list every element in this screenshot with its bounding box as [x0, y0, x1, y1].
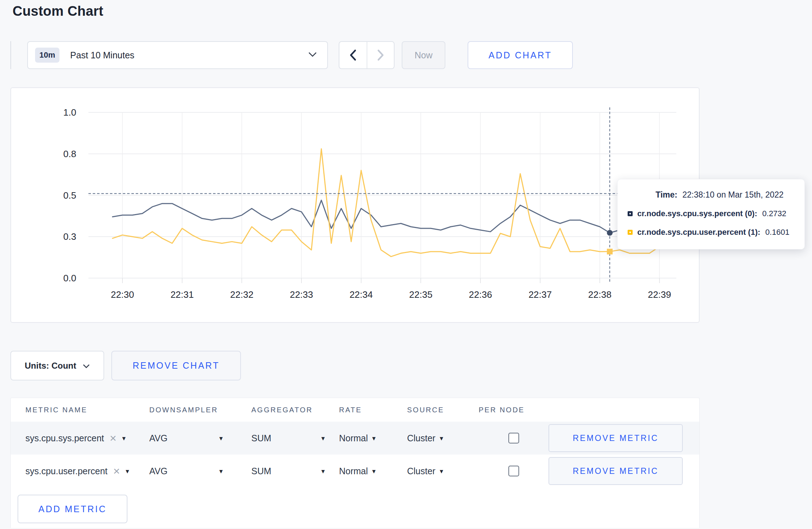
tooltip-series-value: 0.1601 — [765, 228, 789, 237]
downsampler-dropdown[interactable]: AVG ▾ — [149, 433, 223, 443]
tooltip-time-row: Time:22:38:10 on Mar 15th, 2022 — [656, 190, 794, 200]
metric-name-value: sys.cpu.user.percent — [25, 466, 107, 476]
rate-dropdown[interactable]: Normal ▾ — [339, 433, 407, 443]
chart-tooltip: Time:22:38:10 on Mar 15th, 2022 cr.node.… — [617, 179, 805, 249]
tooltip-series-row: cr.node.sys.cpu.sys.percent (0): 0.2732 — [628, 209, 794, 218]
clear-metric-icon[interactable]: × — [113, 465, 120, 477]
time-controls: 10m Past 10 Minutes Now ADD CHART — [10, 41, 812, 69]
add-chart-label: ADD CHART — [489, 50, 552, 60]
metric-row: sys.cpu.user.percent × ▾ AVG ▾ SUM ▾ Nor… — [11, 455, 699, 487]
downsampler-dropdown[interactable]: AVG ▾ — [149, 466, 223, 476]
caret-down-icon: ▾ — [440, 467, 443, 475]
caret-down-icon: ▾ — [219, 434, 223, 442]
metric-name-value: sys.cpu.sys.percent — [25, 433, 104, 443]
svg-text:22:37: 22:37 — [528, 289, 552, 300]
per-node-checkbox[interactable] — [508, 466, 519, 476]
tooltip-time-label: Time: — [656, 190, 677, 199]
svg-text:22:30: 22:30 — [111, 289, 134, 300]
metric-name-dropdown[interactable]: sys.cpu.sys.percent × ▾ — [11, 432, 149, 444]
caret-down-icon: ▾ — [126, 467, 129, 475]
caret-down-icon: ▾ — [122, 434, 126, 442]
chart-actions-row: Units: Count REMOVE CHART — [10, 351, 812, 380]
svg-text:22:34: 22:34 — [349, 289, 373, 300]
remove-metric-button[interactable]: REMOVE METRIC — [548, 457, 683, 485]
remove-metric-label: REMOVE METRIC — [573, 433, 659, 443]
metric-row: sys.cpu.sys.percent × ▾ AVG ▾ SUM ▾ Norm… — [11, 422, 699, 455]
svg-text:22:31: 22:31 — [170, 289, 194, 300]
add-metric-button[interactable]: ADD METRIC — [18, 495, 127, 523]
sys-series-swatch-icon — [628, 211, 633, 216]
rate-value: Normal — [339, 433, 368, 443]
svg-text:0.8: 0.8 — [63, 149, 76, 159]
aggregator-value: SUM — [251, 433, 271, 443]
user-series-swatch-icon — [628, 230, 633, 235]
rate-value: Normal — [339, 466, 368, 476]
caret-down-icon: ▾ — [372, 434, 376, 442]
units-dropdown[interactable]: Units: Count — [10, 351, 104, 380]
svg-text:22:33: 22:33 — [290, 289, 313, 300]
aggregator-dropdown[interactable]: SUM ▾ — [251, 433, 325, 443]
source-value: Cluster — [407, 433, 435, 443]
svg-text:22:39: 22:39 — [648, 289, 671, 300]
remove-chart-button[interactable]: REMOVE CHART — [111, 351, 241, 380]
downsampler-value: AVG — [149, 466, 168, 476]
caret-down-icon: ▾ — [321, 467, 325, 475]
time-nav-group — [339, 41, 395, 69]
page-title: Custom Chart — [13, 4, 812, 19]
svg-text:22:32: 22:32 — [230, 289, 253, 300]
svg-text:22:35: 22:35 — [409, 289, 432, 300]
metrics-table: METRIC NAME DOWNSAMPLER AGGREGATOR RATE … — [10, 398, 700, 528]
col-header-downsampler: DOWNSAMPLER — [149, 406, 251, 414]
aggregator-dropdown[interactable]: SUM ▾ — [251, 466, 325, 476]
svg-text:22:38: 22:38 — [588, 289, 612, 300]
time-range-label: Past 10 Minutes — [70, 50, 308, 60]
time-range-dropdown[interactable]: 10m Past 10 Minutes — [27, 41, 328, 69]
col-header-aggregator: AGGREGATOR — [251, 406, 339, 414]
remove-metric-button[interactable]: REMOVE METRIC — [548, 424, 683, 452]
chevron-down-icon — [308, 51, 317, 59]
per-node-checkbox[interactable] — [508, 433, 519, 443]
aggregator-value: SUM — [251, 466, 271, 476]
add-chart-button[interactable]: ADD CHART — [468, 41, 573, 69]
svg-text:1.0: 1.0 — [63, 107, 76, 118]
downsampler-value: AVG — [149, 433, 168, 443]
prev-range-button[interactable] — [339, 42, 367, 68]
svg-text:0.0: 0.0 — [63, 273, 76, 283]
col-header-rate: RATE — [339, 406, 407, 414]
chart-panel: 0.00.30.50.81.022:3022:3122:3222:3322:34… — [10, 87, 700, 323]
caret-down-icon: ▾ — [372, 467, 376, 475]
remove-metric-label: REMOVE METRIC — [573, 466, 659, 476]
svg-text:0.5: 0.5 — [63, 190, 76, 201]
caret-down-icon: ▾ — [219, 467, 223, 475]
next-range-button[interactable] — [367, 42, 394, 68]
clear-metric-icon[interactable]: × — [110, 432, 117, 444]
source-dropdown[interactable]: Cluster ▾ — [407, 433, 479, 443]
tooltip-series-label: cr.node.sys.cpu.user.percent (1): — [637, 228, 760, 237]
add-metric-label: ADD METRIC — [38, 504, 107, 514]
time-range-badge: 10m — [35, 48, 59, 63]
svg-text:22:36: 22:36 — [469, 289, 492, 300]
tooltip-series-row: cr.node.sys.cpu.user.percent (1): 0.1601 — [628, 228, 794, 237]
controls-left-divider — [10, 41, 11, 69]
metrics-table-header: METRIC NAME DOWNSAMPLER AGGREGATOR RATE … — [11, 398, 699, 422]
tooltip-series-label: cr.node.sys.cpu.sys.percent (0): — [637, 209, 757, 218]
now-button-label: Now — [415, 50, 432, 60]
caret-down-icon: ▾ — [321, 434, 325, 442]
tooltip-time-value: 22:38:10 on Mar 15th, 2022 — [682, 190, 784, 199]
chart-svg[interactable]: 0.00.30.50.81.022:3022:3122:3222:3322:34… — [11, 88, 700, 324]
units-label: Units: Count — [25, 361, 76, 371]
chevron-down-icon — [83, 361, 90, 371]
col-header-per-node: PER NODE — [479, 406, 548, 414]
now-button[interactable]: Now — [402, 41, 445, 69]
col-header-source: SOURCE — [407, 406, 479, 414]
svg-text:0.3: 0.3 — [63, 231, 76, 242]
tooltip-series-value: 0.2732 — [762, 209, 786, 218]
source-value: Cluster — [407, 466, 435, 476]
remove-chart-label: REMOVE CHART — [133, 360, 220, 371]
metric-name-dropdown[interactable]: sys.cpu.user.percent × ▾ — [11, 465, 149, 477]
rate-dropdown[interactable]: Normal ▾ — [339, 466, 407, 476]
source-dropdown[interactable]: Cluster ▾ — [407, 466, 479, 476]
caret-down-icon: ▾ — [440, 434, 443, 442]
col-header-metric-name: METRIC NAME — [11, 406, 149, 414]
